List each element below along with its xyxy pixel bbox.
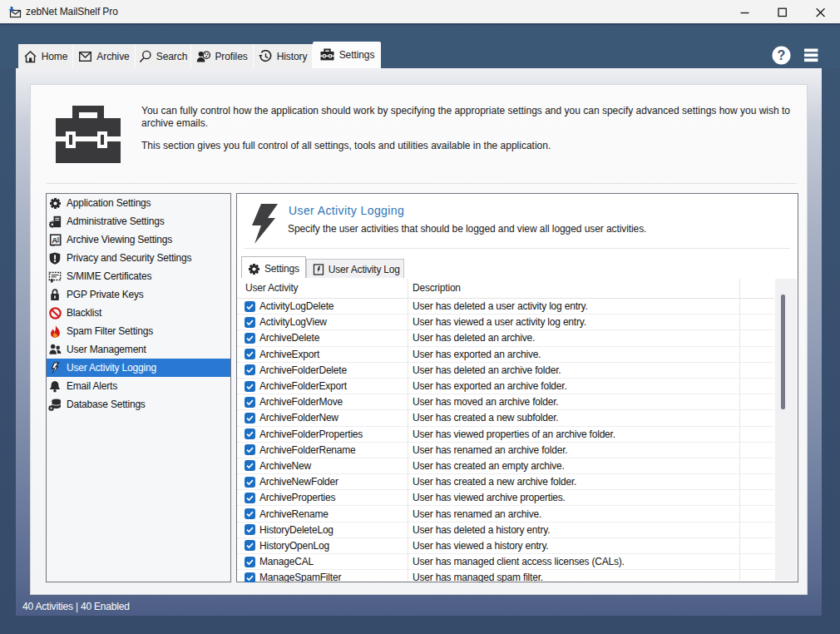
svg-text:?: ? — [778, 48, 786, 62]
svg-text:A: A — [52, 235, 57, 244]
